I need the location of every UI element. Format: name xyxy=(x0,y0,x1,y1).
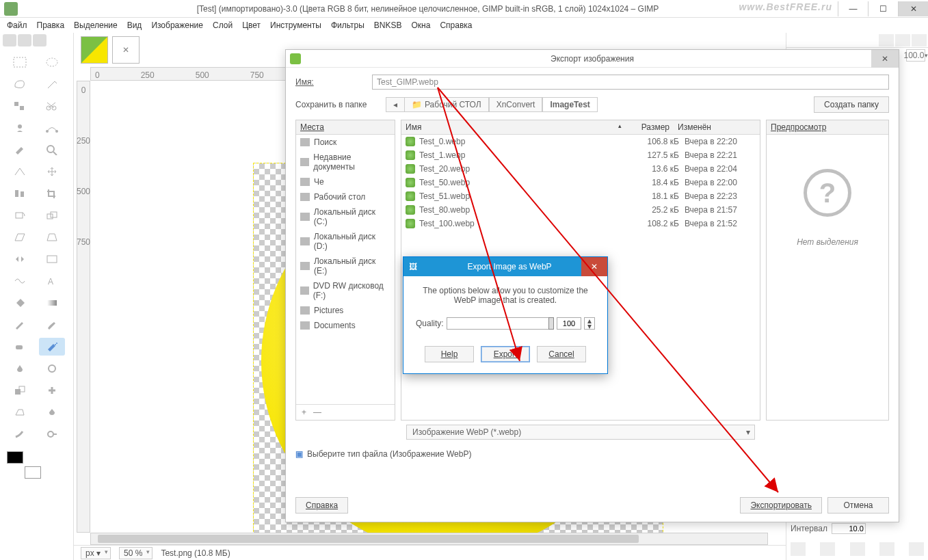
filetype-combo[interactable]: Изображение WebP (*.webp) xyxy=(406,425,755,440)
webp-export-button[interactable]: Export xyxy=(481,346,530,362)
tool-color-picker[interactable] xyxy=(7,141,33,159)
close-button[interactable]: ✕ xyxy=(898,1,928,16)
file-row[interactable]: Test_1.webp127.5 кБВчера в 22:21 xyxy=(401,148,760,162)
maximize-button[interactable]: ☐ xyxy=(868,1,898,16)
breadcrumb-seg[interactable]: XnConvert xyxy=(489,97,543,112)
tool-ink[interactable] xyxy=(7,360,33,377)
tool-align[interactable] xyxy=(7,185,33,202)
tool-pencil[interactable] xyxy=(7,316,33,334)
tool-heal[interactable] xyxy=(39,382,65,399)
tool-crop[interactable] xyxy=(39,185,65,202)
file-row[interactable]: Test_0.webp106.8 кБВчера в 22:20 xyxy=(401,135,760,148)
tool-color-select[interactable] xyxy=(7,97,33,115)
places-item[interactable]: Недавние документы xyxy=(296,150,395,174)
tool-dodge[interactable] xyxy=(39,425,65,443)
file-row[interactable]: Test_50.webp18.4 кБВчера в 22:00 xyxy=(401,176,760,189)
file-row[interactable]: Test_100.webp108.2 кБВчера в 21:52 xyxy=(401,217,760,230)
menu-bnksb[interactable]: BNKSB xyxy=(374,21,402,30)
webp-cancel-button[interactable]: Cancel xyxy=(537,346,586,362)
tool-smudge[interactable] xyxy=(7,425,33,443)
tool-airbrush[interactable] xyxy=(39,338,65,356)
zoom-combo[interactable]: 50 % xyxy=(119,547,153,559)
tool-paintbrush[interactable] xyxy=(39,316,65,334)
tool-cage[interactable] xyxy=(39,250,65,268)
filetype-expander[interactable]: ▣Выберите тип файла (Изображение WebP) xyxy=(295,449,889,459)
places-item[interactable]: DVD RW дисковод (F:) xyxy=(296,278,395,303)
tool-mypaint[interactable] xyxy=(39,360,65,377)
col-modified[interactable]: Изменён xyxy=(674,120,750,134)
tool-zoom[interactable] xyxy=(39,141,65,159)
file-row[interactable]: Test_51.webp18.1 кБВчера в 22:23 xyxy=(401,189,760,203)
tool-measure[interactable] xyxy=(7,163,33,181)
tool-paths[interactable] xyxy=(39,119,65,137)
tool-scissors[interactable] xyxy=(39,97,65,115)
dock-icon[interactable] xyxy=(791,542,806,556)
file-row[interactable]: Test_80.webp25.2 кБВчера в 21:57 xyxy=(401,203,760,217)
breadcrumb-back[interactable]: ◂ xyxy=(386,97,404,112)
export-cancel-button[interactable]: Отмена xyxy=(827,497,889,514)
places-item[interactable]: Локальный диск (C:) xyxy=(296,204,395,229)
places-add[interactable]: + xyxy=(302,408,306,417)
export-button[interactable]: Экспортировать xyxy=(740,497,822,514)
quality-slider[interactable] xyxy=(447,317,554,330)
tool-perspective-clone[interactable] xyxy=(7,403,33,421)
tool-perspective[interactable] xyxy=(39,228,65,246)
places-item[interactable]: Рабочий стол xyxy=(296,189,395,204)
interval-input[interactable] xyxy=(832,523,866,534)
breadcrumb-seg[interactable]: 📁 Рабочий СТОЛ xyxy=(404,97,489,112)
col-name[interactable]: Имя xyxy=(401,120,626,134)
dock-icon[interactable] xyxy=(879,542,894,556)
places-item[interactable]: Documents xyxy=(296,318,395,333)
tool-ellipse-select[interactable] xyxy=(39,53,65,71)
scrollbar-horizontal[interactable] xyxy=(90,533,768,545)
breadcrumb-seg[interactable]: ImageTest xyxy=(542,97,597,112)
tool-gradient[interactable] xyxy=(39,294,65,312)
dock-tab[interactable] xyxy=(879,34,894,46)
create-folder-button[interactable]: Создать папку xyxy=(814,96,889,113)
menu-file[interactable]: Файл xyxy=(7,21,27,30)
menu-image[interactable]: Изображение xyxy=(151,21,203,30)
tool-free-select[interactable] xyxy=(7,75,33,93)
export-help-button[interactable]: Справка xyxy=(295,497,348,514)
tool-bucket-fill[interactable] xyxy=(7,294,33,312)
menu-filters[interactable]: Фильтры xyxy=(331,21,364,30)
tool-rect-select[interactable] xyxy=(7,53,33,71)
menu-help[interactable]: Справка xyxy=(440,21,472,30)
opacity-combo[interactable]: 100.0▾ xyxy=(906,49,925,62)
export-dialog-close[interactable]: ✕ xyxy=(871,50,899,68)
minimize-button[interactable]: — xyxy=(838,1,868,16)
tool-fuzzy-select[interactable] xyxy=(39,75,65,93)
dock-icon[interactable] xyxy=(820,542,835,556)
menu-layer[interactable]: Слой xyxy=(213,21,233,30)
quality-spinner[interactable]: ▴▾ xyxy=(584,317,595,330)
tool-foreground-select[interactable] xyxy=(7,119,33,137)
webp-close-button[interactable]: ✕ xyxy=(581,257,607,276)
places-item[interactable]: Локальный диск (D:) xyxy=(296,229,395,254)
image-thumb-close[interactable]: ✕ xyxy=(112,36,140,64)
filename-input[interactable] xyxy=(372,75,889,90)
col-size[interactable]: Размер xyxy=(626,120,674,134)
fg-bg-colors[interactable] xyxy=(7,451,41,479)
places-item[interactable]: Поиск xyxy=(296,135,395,150)
dock-icon[interactable] xyxy=(909,542,924,556)
tool-eraser[interactable] xyxy=(7,338,33,356)
menu-edit[interactable]: Правка xyxy=(37,21,65,30)
image-thumb[interactable] xyxy=(81,36,108,64)
unit-combo[interactable]: px ▾ xyxy=(81,547,111,559)
places-item[interactable]: Pictures xyxy=(296,303,395,318)
quality-input[interactable] xyxy=(557,317,581,330)
menu-tools[interactable]: Инструменты xyxy=(270,21,321,30)
places-item[interactable]: Че xyxy=(296,174,395,189)
webp-help-button[interactable]: Help xyxy=(425,346,474,362)
dock-tab[interactable] xyxy=(912,34,927,46)
places-item[interactable]: Локальный диск (E:) xyxy=(296,254,395,278)
tool-shear[interactable] xyxy=(7,228,33,246)
tool-blur[interactable] xyxy=(39,403,65,421)
tool-warp[interactable] xyxy=(7,272,33,290)
menu-windows[interactable]: Окна xyxy=(412,21,431,30)
tool-rotate[interactable] xyxy=(7,206,33,224)
menu-view[interactable]: Вид xyxy=(127,21,142,30)
menu-select[interactable]: Выделение xyxy=(74,21,118,30)
file-row[interactable]: Test_20.webp13.6 кБВчера в 22:04 xyxy=(401,162,760,176)
places-remove[interactable]: — xyxy=(313,408,321,417)
